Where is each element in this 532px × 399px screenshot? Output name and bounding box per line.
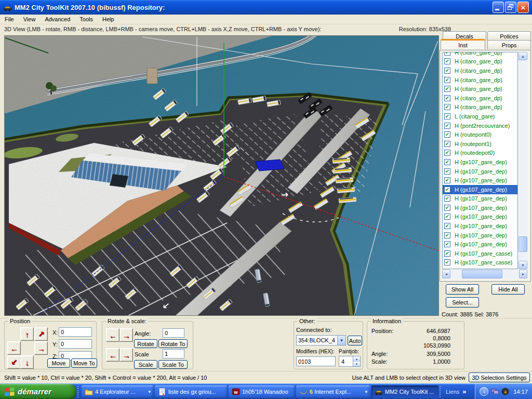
list-item[interactable]: ✔H (gx107_gare_casse) [443,249,517,258]
rotate-to-button[interactable]: Rotate To [158,339,188,348]
list-item[interactable]: ✔H (gx107_gare_dep) [443,194,517,204]
modifiers-field[interactable] [296,356,336,366]
list-item[interactable]: ✔H (citaro_gare_dp) [443,57,517,66]
scroll-up-button[interactable]: ▲ [518,52,527,60]
spin-down-icon[interactable]: ▼ [353,362,360,366]
3d-selection-settings-button[interactable]: 3D Selection Settings [469,373,530,382]
auto-button[interactable]: Auto [348,336,362,345]
checkbox-icon[interactable]: ✔ [444,104,450,110]
scroll-thumb[interactable] [518,236,527,252]
scroll-left-button[interactable]: ◄ [442,270,450,278]
list-item[interactable]: ✔H (citaro_gare_dp) [443,103,517,112]
list-item[interactable]: ✔H (citaro_gare_dp) [443,75,517,85]
list-item[interactable]: ✔H (gx107_gare_dep) [443,240,517,249]
list-item[interactable]: ✔H (gx107_gare_dep) [443,212,517,222]
links-toolbar[interactable]: Liens » [444,388,469,395]
start-button[interactable]: démarrer [0,384,76,399]
tray-collapse-icon[interactable]: ‹ [480,387,488,396]
x-field[interactable] [59,327,92,337]
move-button[interactable]: Move [47,358,70,368]
checkbox-icon[interactable]: ✔ [444,113,450,119]
list-item[interactable]: ✔H (citaro_gare_dp) [443,94,517,103]
checkbox-icon[interactable]: ✔ [444,68,450,74]
scale-down-button[interactable]: ← [106,348,119,362]
list-item[interactable]: ✔H (gx107_gare_dep) [443,203,517,212]
connected-to-dropdown[interactable]: 354:BLOCK_4 ▼ [296,335,346,345]
hscroll-thumb[interactable] [462,270,502,278]
move-up-button[interactable]: ↑ [20,327,34,341]
list-item[interactable]: ✔H (citaro_gare_dp) [443,84,517,94]
taskbar-item-3[interactable]: w1h05'18 Wanadoo [229,385,295,398]
list-item[interactable]: ✔L (citarog_gare) [443,112,517,121]
checkbox-icon[interactable]: ✔ [444,232,450,238]
angle-field[interactable] [163,328,184,338]
list-item[interactable]: ✔H (gx107_gare_dep) [443,221,517,231]
rotate-left-button[interactable]: ← [106,328,119,342]
list-item[interactable]: ✔H (citaro_gare_dp) [443,52,517,57]
scroll-right-button[interactable]: ► [519,270,527,278]
checkbox-icon[interactable]: ✔ [444,241,450,247]
checkbox-icon[interactable]: ✔ [444,223,450,229]
taskbar-group-arrow-icon[interactable]: ▾ [145,389,153,394]
scale-button[interactable]: Scale [134,360,157,369]
checkbox-icon[interactable]: ✔ [444,195,450,202]
select-button[interactable]: Select... [446,297,479,308]
minimize-button[interactable] [493,2,504,13]
checkbox-icon[interactable]: ✔ [444,250,450,257]
list-item[interactable]: ✔H (pont2recouvrance) [443,121,517,130]
move-to-button[interactable]: Move To [71,358,97,368]
chevron-right-icon[interactable]: » [462,388,466,395]
taskbar-item-4[interactable]: e6Internet Expl...▾ [296,385,370,398]
tray-antivirus-icon[interactable]: a [501,388,509,395]
scale-to-button[interactable]: Scale To [158,360,188,369]
scale-up-button[interactable]: → [119,348,133,362]
move-down-button[interactable]: ↓ [20,355,34,369]
scale-field[interactable] [163,349,184,358]
move-up-right-button[interactable]: ↗ [34,327,48,341]
spin-up-icon[interactable]: ▲ [353,356,360,362]
move-right-button[interactable]: → [34,341,48,355]
chevron-down-icon[interactable]: ▼ [337,336,345,345]
checkbox-icon[interactable]: ✔ [444,168,450,175]
taskbar-item-5[interactable]: MM2 City ToolKit ... [371,385,438,398]
show-all-button[interactable]: Show All [446,284,479,295]
restore-button[interactable] [505,2,516,13]
checkbox-icon[interactable]: ✔ [444,86,450,92]
close-button[interactable]: × [517,2,529,13]
horizontal-scrollbar[interactable]: ◄ ► [442,270,527,278]
checkbox-icon[interactable]: ✔ [444,159,450,165]
list-item[interactable]: ✔H (gx107_gare_dep) [443,167,517,176]
menu-item-advanced[interactable]: Advanced [40,15,75,23]
tray-network-icon[interactable] [491,388,499,395]
list-item[interactable]: ✔H (routepont1) [443,139,517,149]
menu-item-help[interactable]: Help [98,15,119,23]
paintjob-spinner[interactable]: 4 ▲▼ [339,356,361,367]
checkbox-icon[interactable]: ✔ [444,214,450,220]
checkbox-icon[interactable]: ✔ [444,177,450,183]
checkbox-icon[interactable]: ✔ [444,77,450,83]
menu-item-view[interactable]: View [19,15,41,23]
tab-polices[interactable]: Polices [487,31,531,41]
move-down-left-button[interactable]: ↙ [7,355,21,369]
rotate-button[interactable]: Rotate [134,339,157,348]
checkbox-icon[interactable]: ✔ [444,150,450,156]
move-left-button[interactable]: ← [7,341,21,355]
scroll-down-button[interactable]: ▼ [518,261,527,269]
list-item[interactable]: ✔H (gx107_gare_dep) [443,231,517,240]
checkbox-icon[interactable]: ✔ [444,52,450,56]
checkbox-icon[interactable]: ✔ [444,259,450,265]
checkbox-icon[interactable]: ✔ [444,187,450,193]
hide-all-button[interactable]: Hide All [491,284,525,295]
rotate-right-button[interactable]: → [119,328,133,342]
checkbox-icon[interactable]: ✔ [444,95,450,101]
3d-viewport[interactable] [4,35,439,316]
list-item[interactable]: ✔H (citaro_gare_dp) [443,66,517,75]
vertical-scrollbar[interactable]: ▲ ▼ [518,52,527,269]
menu-item-file[interactable]: File [0,15,19,23]
list-item[interactable]: ✔H (gx107_gare_dep) [443,185,517,194]
checkbox-icon[interactable]: ✔ [444,58,450,64]
taskbar-item-2[interactable]: Aliste des gx griou... [155,385,227,398]
y-field[interactable] [59,339,92,349]
taskbar-group-arrow-icon[interactable]: ▾ [362,389,370,394]
list-item[interactable]: ✔H (gx107_gare_dep) [443,157,517,167]
